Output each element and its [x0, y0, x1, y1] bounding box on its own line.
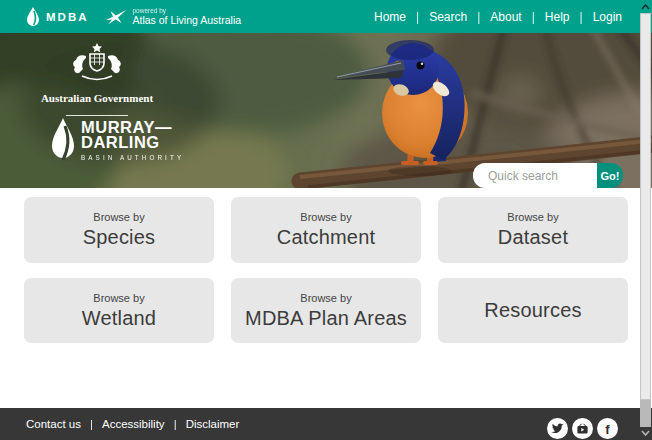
hero-banner: Australian Government MURRAY— DARLING BA… [0, 33, 652, 188]
australian-government-logo: Australian Government [38, 43, 156, 116]
browse-tile-wetland[interactable]: Browse by Wetland [24, 278, 214, 343]
mdba-drop-logo-icon [52, 118, 74, 162]
scrollbar-thumb[interactable] [640, 13, 651, 400]
mdba-wordmark: MURRAY— DARLING BASIN AUTHORITY [81, 120, 184, 161]
nav-login[interactable]: Login [591, 10, 624, 24]
youtube-button[interactable] [572, 418, 593, 439]
tile-label: Species [83, 226, 156, 249]
quick-search-bar: Go! [473, 163, 623, 188]
nav-separator: | [477, 10, 480, 24]
search-go-button[interactable]: Go! [597, 163, 623, 188]
ala-bird-icon [105, 9, 127, 25]
nav-home[interactable]: Home [372, 10, 408, 24]
scrollbar-track[interactable] [640, 400, 651, 427]
ala-powered-by-link[interactable]: powered by Atlas of Living Australia [105, 7, 242, 27]
powered-by-block: powered by Atlas of Living Australia [133, 7, 242, 27]
tile-kicker: Browse by [93, 211, 144, 223]
powered-by-label: powered by [133, 7, 242, 14]
murray-darling-logo: MURRAY— DARLING BASIN AUTHORITY [52, 118, 184, 162]
coat-of-arms-icon [68, 43, 126, 85]
page-scrollbar [639, 0, 652, 440]
tile-label: Resources [484, 299, 581, 322]
ala-name-label: Atlas of Living Australia [133, 14, 242, 26]
chevron-down-icon [640, 429, 651, 437]
tile-label: MDBA Plan Areas [245, 307, 407, 330]
browse-tile-dataset[interactable]: Browse by Dataset [438, 197, 628, 263]
nav-help[interactable]: Help [543, 10, 572, 24]
tile-label: Wetland [82, 307, 156, 330]
tile-kicker: Browse by [507, 211, 558, 223]
top-navigation: Home | Search | About | Help | Login [372, 10, 624, 24]
twitter-icon [551, 423, 564, 435]
footer-link-accessibility[interactable]: Accessibility [102, 418, 165, 430]
mdba-drop-icon [27, 7, 39, 26]
footer-link-disclaimer[interactable]: Disclaimer [186, 418, 240, 430]
nav-about[interactable]: About [488, 10, 523, 24]
mdba-word-line3: BASIN AUTHORITY [81, 154, 184, 161]
mdba-brand-link[interactable]: MDBA [27, 7, 89, 26]
browse-tile-mdba-plan-areas[interactable]: Browse by MDBA Plan Areas [231, 278, 421, 343]
nav-separator: | [416, 10, 419, 24]
nav-search[interactable]: Search [427, 10, 469, 24]
twitter-button[interactable] [547, 418, 568, 439]
nav-separator: | [532, 10, 535, 24]
facebook-icon: f [605, 423, 609, 436]
scrollbar-up-button[interactable] [639, 1, 652, 12]
chevron-up-icon [640, 3, 651, 11]
mdba-word-line2: DARLING [81, 135, 184, 150]
scrollbar-down-button[interactable] [639, 427, 652, 439]
tile-label: Catchment [277, 226, 376, 249]
browse-grid: Browse by Species Browse by Catchment Br… [24, 197, 628, 343]
australian-government-label: Australian Government [38, 92, 156, 104]
browse-tile-species[interactable]: Browse by Species [24, 197, 214, 263]
tile-kicker: Browse by [300, 292, 351, 304]
tile-kicker: Browse by [93, 292, 144, 304]
logo-divider [66, 115, 128, 116]
footer-separator: | [90, 418, 93, 430]
facebook-button[interactable]: f [597, 418, 618, 439]
nav-separator: | [580, 10, 583, 24]
social-links: f [547, 418, 618, 439]
footer-link-contact-us[interactable]: Contact us [26, 418, 81, 430]
browse-tile-catchment[interactable]: Browse by Catchment [231, 197, 421, 263]
resources-tile[interactable]: Resources [438, 278, 628, 343]
mdba-atlas-home-page: MDBA powered by Atlas of Living Australi… [0, 0, 652, 440]
quick-search-input[interactable] [473, 163, 597, 188]
tile-label: Dataset [498, 226, 568, 249]
top-bar: MDBA powered by Atlas of Living Australi… [0, 0, 652, 33]
youtube-icon [576, 423, 589, 435]
mdba-brand-label: MDBA [46, 11, 89, 23]
footer-separator: | [174, 418, 177, 430]
tile-kicker: Browse by [300, 211, 351, 223]
